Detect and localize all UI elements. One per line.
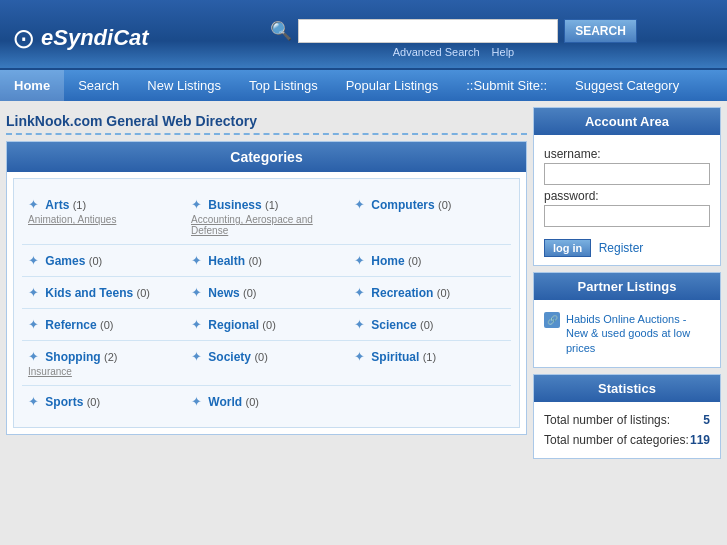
cat-icon-computers: ✦ (354, 197, 365, 212)
cat-link-computers[interactable]: Computers (371, 198, 434, 212)
cat-cell-sports: ✦ Sports (0) (22, 386, 185, 417)
logo-text: eSyndiCat (41, 25, 149, 51)
cat-cell-games: ✦ Games (0) (22, 245, 185, 276)
nav-popular-listings[interactable]: Popular Listings (332, 70, 453, 101)
categories-grid: ✦ Arts (1) Animation, Antiques ✦ Busines… (22, 189, 511, 417)
cat-icon-home: ✦ (354, 253, 365, 268)
cat-sub-business: Accounting, Aerospace and Defense (191, 214, 342, 236)
cat-icon-health: ✦ (191, 253, 202, 268)
search-button[interactable]: SEARCH (564, 19, 637, 43)
cat-link-business[interactable]: Business (208, 198, 261, 212)
stat-row-categories: Total number of categories: 119 (544, 430, 710, 450)
logo-icon: ⊙ (12, 22, 35, 55)
cat-cell-health: ✦ Health (0) (185, 245, 348, 276)
account-panel-header: Account Area (534, 108, 720, 135)
cat-cell-spiritual: ✦ Spiritual (1) (348, 341, 511, 385)
cat-link-science[interactable]: Science (371, 318, 416, 332)
page-title: LinkNook.com General Web Directory (6, 107, 527, 135)
help-link[interactable]: Help (492, 46, 515, 58)
cat-cell-empty (348, 386, 511, 417)
password-label: password: (544, 189, 710, 203)
cat-link-kids[interactable]: Kids and Teens (45, 286, 133, 300)
stat-val-categories: 119 (690, 433, 710, 447)
cat-icon-spiritual: ✦ (354, 349, 365, 364)
nav-home[interactable]: Home (0, 70, 64, 101)
cat-link-spiritual[interactable]: Spiritual (371, 350, 419, 364)
partner-panel: Partner Listings 🔗 Habids Online Auction… (533, 272, 721, 368)
search-icon: 🔍 (270, 20, 292, 42)
partner-link[interactable]: Habids Online Auctions - New & used good… (566, 312, 710, 355)
cat-cell-refernce: ✦ Refernce (0) (22, 309, 185, 340)
nav-submit-site[interactable]: ::Submit Site:: (452, 70, 561, 101)
cat-link-arts[interactable]: Arts (45, 198, 69, 212)
statistics-panel-header: Statistics (534, 375, 720, 402)
cat-cell-computers: ✦ Computers (0) (348, 189, 511, 244)
cat-cell-recreation: ✦ Recreation (0) (348, 277, 511, 308)
cat-cell-arts: ✦ Arts (1) Animation, Antiques (22, 189, 185, 244)
login-button[interactable]: log in (544, 239, 591, 257)
username-label: username: (544, 147, 710, 161)
cat-cell-regional: ✦ Regional (0) (185, 309, 348, 340)
partner-panel-header: Partner Listings (534, 273, 720, 300)
logo-area: ⊙ eSyndiCat (12, 22, 192, 55)
right-column: Account Area username: password: log in … (533, 107, 721, 465)
cat-link-home[interactable]: Home (371, 254, 404, 268)
username-input[interactable] (544, 163, 710, 185)
categories-header: Categories (7, 142, 526, 172)
cat-sub-arts: Animation, Antiques (28, 214, 179, 225)
cat-cell-science: ✦ Science (0) (348, 309, 511, 340)
password-input[interactable] (544, 205, 710, 227)
advanced-search-link[interactable]: Advanced Search (393, 46, 480, 58)
cat-link-recreation[interactable]: Recreation (371, 286, 433, 300)
cat-link-refernce[interactable]: Refernce (45, 318, 96, 332)
nav: Home Search New Listings Top Listings Po… (0, 68, 727, 101)
categories-content: ✦ Arts (1) Animation, Antiques ✦ Busines… (13, 178, 520, 428)
header: ⊙ eSyndiCat 🔍 SEARCH Advanced Search Hel… (0, 0, 727, 68)
search-input[interactable] (298, 19, 558, 43)
cat-icon-science: ✦ (354, 317, 365, 332)
search-links: Advanced Search Help (393, 46, 514, 58)
nav-suggest-category[interactable]: Suggest Category (561, 70, 693, 101)
cat-cell-business: ✦ Business (1) Accounting, Aerospace and… (185, 189, 348, 244)
categories-box: Categories ✦ Arts (1) Animation, Antique… (6, 141, 527, 435)
cat-link-world[interactable]: World (208, 395, 242, 409)
main: LinkNook.com General Web Directory Categ… (0, 101, 727, 471)
cat-icon-shopping: ✦ (28, 349, 39, 364)
cat-icon-recreation: ✦ (354, 285, 365, 300)
cat-link-news[interactable]: News (208, 286, 239, 300)
cat-link-games[interactable]: Games (45, 254, 85, 268)
register-link[interactable]: Register (599, 241, 644, 255)
partner-panel-content: 🔗 Habids Online Auctions - New & used go… (534, 300, 720, 367)
cat-icon-business: ✦ (191, 197, 202, 212)
account-actions: log in Register (544, 233, 710, 257)
nav-top-listings[interactable]: Top Listings (235, 70, 332, 101)
cat-icon-regional: ✦ (191, 317, 202, 332)
cat-icon-news: ✦ (191, 285, 202, 300)
cat-link-regional[interactable]: Regional (208, 318, 259, 332)
cat-cell-society: ✦ Society (0) (185, 341, 348, 385)
cat-icon-arts: ✦ (28, 197, 39, 212)
cat-icon-world: ✦ (191, 394, 202, 409)
cat-link-health[interactable]: Health (208, 254, 245, 268)
cat-icon-sports: ✦ (28, 394, 39, 409)
cat-icon-refernce: ✦ (28, 317, 39, 332)
cat-icon-games: ✦ (28, 253, 39, 268)
cat-cell-home: ✦ Home (0) (348, 245, 511, 276)
stat-label-listings: Total number of listings: (544, 413, 670, 427)
stat-val-listings: 5 (703, 413, 710, 427)
cat-cell-news: ✦ News (0) (185, 277, 348, 308)
cat-link-society[interactable]: Society (208, 350, 251, 364)
account-panel: Account Area username: password: log in … (533, 107, 721, 266)
nav-new-listings[interactable]: New Listings (133, 70, 235, 101)
cat-cell-world: ✦ World (0) (185, 386, 348, 417)
cat-cell-shopping: ✦ Shopping (2) Insurance (22, 341, 185, 385)
partner-icon: 🔗 (544, 312, 560, 328)
stat-label-categories: Total number of categories: (544, 433, 689, 447)
left-column: LinkNook.com General Web Directory Categ… (6, 107, 527, 465)
cat-link-sports[interactable]: Sports (45, 395, 83, 409)
nav-search[interactable]: Search (64, 70, 133, 101)
cat-cell-kids: ✦ Kids and Teens (0) (22, 277, 185, 308)
cat-sub-shopping: Insurance (28, 366, 179, 377)
cat-link-shopping[interactable]: Shopping (45, 350, 100, 364)
search-top: 🔍 SEARCH (270, 19, 637, 43)
